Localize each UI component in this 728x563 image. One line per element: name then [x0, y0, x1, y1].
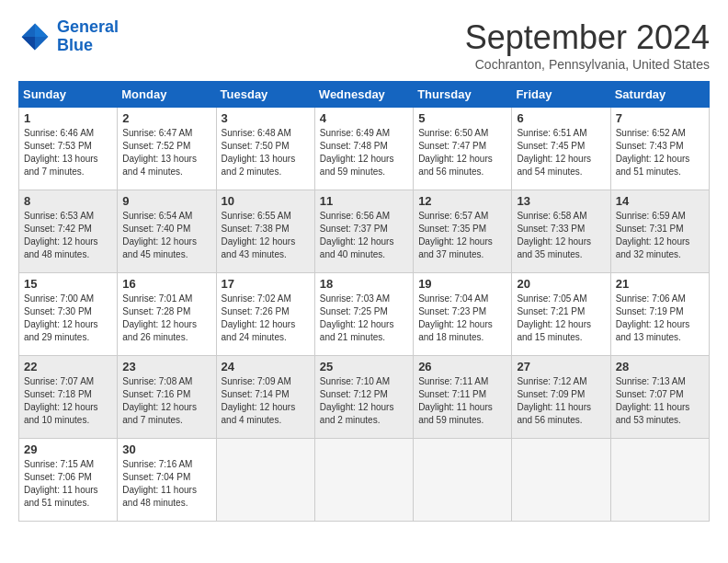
logo-text: General Blue [57, 18, 119, 55]
day-info: Sunrise: 6:56 AM Sunset: 7:37 PM Dayligh… [320, 210, 408, 261]
day-info: Sunrise: 7:11 AM Sunset: 7:11 PM Dayligh… [418, 375, 506, 427]
day-info: Sunrise: 6:58 AM Sunset: 7:33 PM Dayligh… [517, 210, 605, 261]
logo-icon [18, 20, 51, 53]
day-cell: 4Sunrise: 6:49 AM Sunset: 7:48 PM Daylig… [314, 108, 413, 190]
day-cell: 6Sunrise: 6:51 AM Sunset: 7:45 PM Daylig… [512, 108, 610, 190]
day-number: 19 [418, 277, 506, 291]
day-number: 8 [24, 194, 112, 208]
day-info: Sunrise: 6:55 AM Sunset: 7:38 PM Dayligh… [222, 210, 310, 261]
day-number: 3 [222, 111, 310, 125]
day-number: 2 [122, 111, 210, 125]
header-cell-saturday: Saturday [610, 82, 709, 108]
day-info: Sunrise: 6:57 AM Sunset: 7:35 PM Dayligh… [418, 210, 506, 261]
day-info: Sunrise: 7:08 AM Sunset: 7:16 PM Dayligh… [122, 375, 210, 427]
location: Cochranton, Pennsylvania, United States [465, 57, 710, 72]
day-cell [314, 439, 413, 522]
svg-marker-2 [22, 37, 35, 50]
day-cell: 18Sunrise: 7:03 AM Sunset: 7:25 PM Dayli… [314, 273, 413, 356]
header-cell-sunday: Sunday [19, 82, 118, 108]
day-cell: 28Sunrise: 7:13 AM Sunset: 7:07 PM Dayli… [610, 356, 709, 439]
day-cell: 20Sunrise: 7:05 AM Sunset: 7:21 PM Dayli… [512, 273, 610, 356]
day-info: Sunrise: 7:15 AM Sunset: 7:06 PM Dayligh… [24, 458, 112, 510]
day-cell: 27Sunrise: 7:12 AM Sunset: 7:09 PM Dayli… [512, 356, 610, 439]
day-cell: 22Sunrise: 7:07 AM Sunset: 7:18 PM Dayli… [19, 356, 118, 439]
day-cell: 30Sunrise: 7:16 AM Sunset: 7:04 PM Dayli… [118, 439, 216, 522]
day-cell: 21Sunrise: 7:06 AM Sunset: 7:19 PM Dayli… [610, 273, 709, 356]
day-number: 4 [320, 111, 408, 125]
day-cell [512, 439, 610, 522]
day-number: 23 [122, 360, 210, 373]
day-info: Sunrise: 7:16 AM Sunset: 7:04 PM Dayligh… [122, 458, 210, 510]
day-cell: 5Sunrise: 6:50 AM Sunset: 7:47 PM Daylig… [414, 108, 512, 190]
day-number: 18 [320, 277, 408, 291]
day-number: 14 [616, 194, 704, 208]
day-info: Sunrise: 7:03 AM Sunset: 7:25 PM Dayligh… [320, 293, 408, 344]
header-cell-wednesday: Wednesday [314, 82, 413, 108]
day-cell: 24Sunrise: 7:09 AM Sunset: 7:14 PM Dayli… [216, 356, 314, 439]
header-row: SundayMondayTuesdayWednesdayThursdayFrid… [19, 82, 710, 108]
day-number: 24 [222, 360, 310, 373]
day-cell: 2Sunrise: 6:47 AM Sunset: 7:52 PM Daylig… [118, 108, 216, 190]
day-info: Sunrise: 7:10 AM Sunset: 7:12 PM Dayligh… [320, 375, 408, 427]
day-number: 29 [24, 442, 112, 456]
day-info: Sunrise: 7:06 AM Sunset: 7:19 PM Dayligh… [616, 293, 704, 344]
day-cell: 1Sunrise: 6:46 AM Sunset: 7:53 PM Daylig… [19, 108, 118, 190]
day-cell [414, 439, 512, 522]
day-cell: 3Sunrise: 6:48 AM Sunset: 7:50 PM Daylig… [216, 108, 314, 190]
day-info: Sunrise: 7:05 AM Sunset: 7:21 PM Dayligh… [517, 293, 605, 344]
header-cell-tuesday: Tuesday [216, 82, 314, 108]
day-number: 17 [222, 277, 310, 291]
week-row-3: 15Sunrise: 7:00 AM Sunset: 7:30 PM Dayli… [19, 273, 710, 356]
day-number: 22 [24, 360, 112, 373]
day-info: Sunrise: 6:48 AM Sunset: 7:50 PM Dayligh… [222, 127, 310, 178]
month-title: September 2024 [465, 18, 710, 57]
week-row-4: 22Sunrise: 7:07 AM Sunset: 7:18 PM Dayli… [19, 356, 710, 439]
day-info: Sunrise: 6:54 AM Sunset: 7:40 PM Dayligh… [122, 210, 210, 261]
day-cell: 12Sunrise: 6:57 AM Sunset: 7:35 PM Dayli… [414, 190, 512, 273]
day-cell [216, 439, 314, 522]
day-cell: 14Sunrise: 6:59 AM Sunset: 7:31 PM Dayli… [610, 190, 709, 273]
day-cell: 19Sunrise: 7:04 AM Sunset: 7:23 PM Dayli… [414, 273, 512, 356]
logo: General Blue [18, 18, 119, 55]
day-cell: 11Sunrise: 6:56 AM Sunset: 7:37 PM Dayli… [314, 190, 413, 273]
day-info: Sunrise: 6:49 AM Sunset: 7:48 PM Dayligh… [320, 127, 408, 178]
day-number: 13 [517, 194, 605, 208]
day-number: 25 [320, 360, 408, 373]
week-row-2: 8Sunrise: 6:53 AM Sunset: 7:42 PM Daylig… [19, 190, 710, 273]
day-number: 9 [122, 194, 210, 208]
day-number: 6 [517, 111, 605, 125]
day-number: 1 [24, 111, 112, 125]
day-cell: 29Sunrise: 7:15 AM Sunset: 7:06 PM Dayli… [19, 439, 118, 522]
week-row-1: 1Sunrise: 6:46 AM Sunset: 7:53 PM Daylig… [19, 108, 710, 190]
day-cell: 25Sunrise: 7:10 AM Sunset: 7:12 PM Dayli… [314, 356, 413, 439]
day-info: Sunrise: 6:50 AM Sunset: 7:47 PM Dayligh… [418, 127, 506, 178]
day-cell: 23Sunrise: 7:08 AM Sunset: 7:16 PM Dayli… [118, 356, 216, 439]
day-cell: 7Sunrise: 6:52 AM Sunset: 7:43 PM Daylig… [610, 108, 709, 190]
day-number: 11 [320, 194, 408, 208]
day-number: 15 [24, 277, 112, 291]
day-cell [610, 439, 709, 522]
day-info: Sunrise: 6:47 AM Sunset: 7:52 PM Dayligh… [122, 127, 210, 178]
day-number: 28 [616, 360, 704, 373]
day-info: Sunrise: 7:02 AM Sunset: 7:26 PM Dayligh… [222, 293, 310, 344]
day-info: Sunrise: 7:09 AM Sunset: 7:14 PM Dayligh… [222, 375, 310, 427]
day-info: Sunrise: 6:59 AM Sunset: 7:31 PM Dayligh… [616, 210, 704, 261]
day-info: Sunrise: 7:13 AM Sunset: 7:07 PM Dayligh… [616, 375, 704, 427]
day-number: 5 [418, 111, 506, 125]
day-cell: 8Sunrise: 6:53 AM Sunset: 7:42 PM Daylig… [19, 190, 118, 273]
day-number: 27 [517, 360, 605, 373]
day-number: 10 [222, 194, 310, 208]
day-info: Sunrise: 7:12 AM Sunset: 7:09 PM Dayligh… [517, 375, 605, 427]
day-info: Sunrise: 6:52 AM Sunset: 7:43 PM Dayligh… [616, 127, 704, 178]
header-cell-thursday: Thursday [414, 82, 512, 108]
day-info: Sunrise: 7:00 AM Sunset: 7:30 PM Dayligh… [24, 293, 112, 344]
day-info: Sunrise: 7:04 AM Sunset: 7:23 PM Dayligh… [418, 293, 506, 344]
day-cell: 15Sunrise: 7:00 AM Sunset: 7:30 PM Dayli… [19, 273, 118, 356]
day-cell: 16Sunrise: 7:01 AM Sunset: 7:28 PM Dayli… [118, 273, 216, 356]
page-header: General Blue September 2024 Cochranton, … [18, 18, 710, 72]
day-cell: 17Sunrise: 7:02 AM Sunset: 7:26 PM Dayli… [216, 273, 314, 356]
day-cell: 26Sunrise: 7:11 AM Sunset: 7:11 PM Dayli… [414, 356, 512, 439]
day-number: 21 [616, 277, 704, 291]
title-block: September 2024 Cochranton, Pennsylvania,… [465, 18, 710, 72]
header-cell-monday: Monday [118, 82, 216, 108]
